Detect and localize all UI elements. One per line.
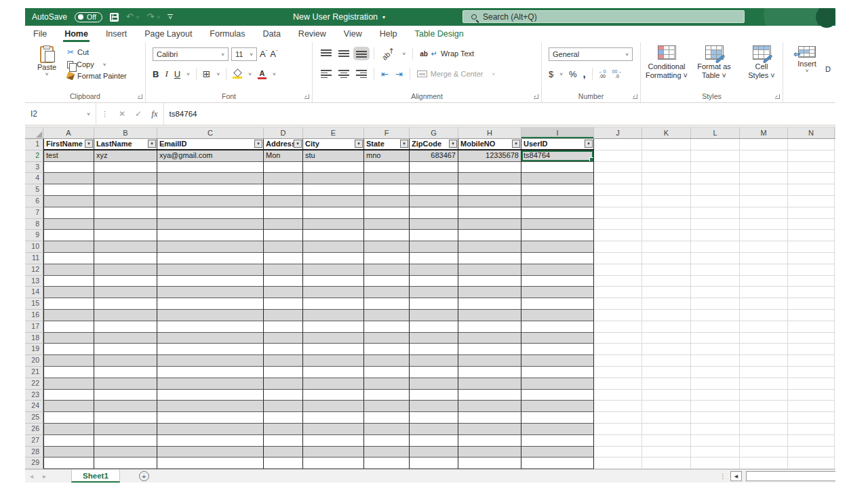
cell-F28[interactable] [364,447,410,458]
cell-I2[interactable]: ts84764 [521,150,594,162]
cell-C7[interactable] [157,207,264,219]
cell-K3[interactable] [642,162,691,174]
cell-J8[interactable] [594,219,642,230]
italic-button[interactable]: I [165,68,167,79]
cell-N25[interactable] [788,412,835,424]
cell-E24[interactable] [303,401,364,412]
tab-table-design[interactable]: Table Design [414,26,463,42]
cell-J21[interactable] [594,367,642,378]
cell-J10[interactable] [594,241,642,253]
cell-K14[interactable] [642,287,691,298]
filter-dropdown-icon[interactable]: ▾ [400,140,408,148]
cell-L26[interactable] [691,424,740,435]
cell-B10[interactable] [94,241,157,253]
cell-E9[interactable] [303,230,364,241]
cell-J28[interactable] [594,447,642,458]
cell-M24[interactable] [740,401,788,412]
cell-N10[interactable] [788,241,835,253]
cell-I23[interactable] [521,390,594,401]
row-header-23[interactable]: 23 [25,390,43,401]
cell-F1[interactable]: State▾ [364,139,410,150]
cell-C3[interactable] [157,162,264,174]
cell-F20[interactable] [364,355,410,367]
cell-J14[interactable] [594,287,642,298]
row-header-12[interactable]: 12 [25,264,43,276]
cell-E17[interactable] [303,321,364,333]
cell-C25[interactable] [157,412,264,424]
row-header-4[interactable]: 4 [25,173,43,184]
styles-dialog-launcher[interactable] [775,94,780,99]
align-center-button[interactable] [338,70,349,78]
cell-C29[interactable] [157,458,264,469]
font-color-chevron-icon[interactable]: ˅ [273,71,276,77]
cell-E19[interactable] [303,344,364,355]
cell-J18[interactable] [594,333,642,344]
conditional-formatting-button[interactable]: ConditionalFormatting ˅ [645,45,688,80]
cell-E10[interactable] [303,241,364,253]
cell-K18[interactable] [642,333,691,344]
column-header-K[interactable]: K [642,127,691,138]
cell-A19[interactable] [43,344,94,355]
cell-D18[interactable] [264,333,303,344]
cell-D11[interactable] [264,253,303,264]
tab-help[interactable]: Help [380,26,397,42]
cell-C20[interactable] [157,355,264,367]
cell-L3[interactable] [691,162,740,174]
cell-I25[interactable] [521,412,594,424]
cell-C13[interactable] [157,276,264,287]
cell-B25[interactable] [94,412,157,424]
cell-J6[interactable] [594,196,642,207]
cell-M4[interactable] [740,173,788,184]
cell-L9[interactable] [691,230,740,241]
row-header-20[interactable]: 20 [25,355,43,367]
cell-J2[interactable] [594,150,642,162]
cell-I21[interactable] [521,367,594,378]
cell-J24[interactable] [594,401,642,412]
column-header-H[interactable]: H [458,127,521,138]
cell-F22[interactable] [364,378,410,390]
cell-J11[interactable] [594,253,642,264]
cell-N4[interactable] [788,173,835,184]
font-size-select[interactable]: 11˅ [231,47,257,61]
new-sheet-button[interactable]: + [139,471,149,481]
cell-M1[interactable] [740,139,788,150]
cell-N20[interactable] [788,355,835,367]
tab-page-layout[interactable]: Page Layout [144,26,192,42]
cell-C22[interactable] [157,378,264,390]
cell-N17[interactable] [788,321,835,333]
cell-N18[interactable] [788,333,835,344]
cell-B15[interactable] [94,298,157,310]
prev-sheet-icon[interactable]: ◂ [25,472,38,480]
cell-G19[interactable] [410,344,458,355]
cell-G17[interactable] [410,321,458,333]
cell-M17[interactable] [740,321,788,333]
cell-G3[interactable] [410,162,458,174]
cell-E15[interactable] [303,298,364,310]
cell-J9[interactable] [594,230,642,241]
cell-F16[interactable] [364,310,410,321]
column-header-B[interactable]: B [94,127,157,138]
cell-B20[interactable] [94,355,157,367]
cell-K27[interactable] [642,435,691,447]
cell-L25[interactable] [691,412,740,424]
cell-G25[interactable] [410,412,458,424]
row-header-15[interactable]: 15 [25,298,43,310]
sheet-tab-sheet1[interactable]: Sheet1 [71,470,120,483]
cell-H11[interactable] [458,253,521,264]
cell-F2[interactable]: mno [364,150,410,162]
cell-J5[interactable] [594,184,642,196]
cell-L18[interactable] [691,333,740,344]
cell-B4[interactable] [94,173,157,184]
delete-button-partial[interactable]: D [825,65,831,73]
cell-F10[interactable] [364,241,410,253]
cell-A8[interactable] [43,219,94,230]
cell-G14[interactable] [410,287,458,298]
column-header-C[interactable]: C [157,127,264,138]
cell-C27[interactable] [157,435,264,447]
cell-G4[interactable] [410,173,458,184]
cell-J7[interactable] [594,207,642,219]
cell-K13[interactable] [642,276,691,287]
cell-B5[interactable] [94,184,157,196]
cell-N1[interactable] [788,139,835,150]
redo-button[interactable]: ↷ [146,12,154,22]
